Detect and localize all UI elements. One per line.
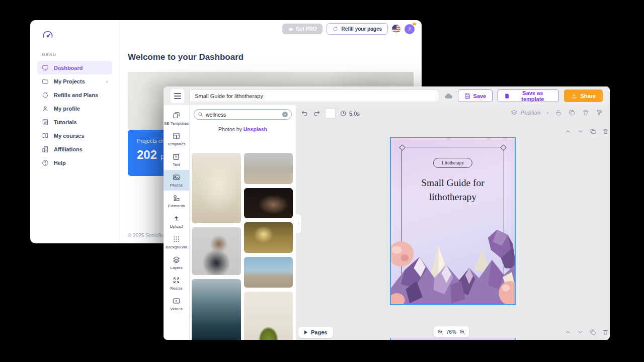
app-logo-icon [41, 29, 54, 42]
position-button[interactable]: Position [511, 109, 540, 116]
rail-item-resize[interactable]: Resize [164, 273, 189, 294]
screen: MENU Dashboard My Projects › Refills and… [0, 0, 644, 362]
elements-icon [173, 194, 180, 202]
photo-thumbnail[interactable] [244, 292, 293, 340]
zoom-in-icon[interactable] [459, 329, 465, 335]
photo-thumbnail[interactable] [244, 257, 293, 288]
page-color-swatch[interactable] [325, 108, 336, 119]
photo-search-box: × [194, 109, 292, 120]
page-controls-top [565, 128, 610, 135]
photo-search-input[interactable] [206, 112, 280, 118]
folder-icon [42, 78, 49, 85]
photos-panel: × Photos by Unsplash [190, 105, 296, 340]
projects-count: 202 [137, 148, 157, 162]
photo-thumbnail[interactable] [192, 153, 241, 223]
divider-dot [547, 112, 548, 114]
rail-item-elements[interactable]: Elements [164, 191, 189, 211]
refresh-icon [42, 92, 49, 99]
unsplash-link[interactable]: Unsplash [244, 126, 267, 132]
cloud-sync-icon [444, 93, 453, 99]
building-icon [42, 146, 49, 153]
panel-collapse-handle[interactable]: ‹ [296, 214, 302, 234]
sidebar-item-affiliations[interactable]: Affiliations [37, 142, 112, 156]
zoom-out-icon[interactable] [437, 329, 443, 335]
move-page-down-icon[interactable] [577, 329, 584, 335]
rail-item-text[interactable]: Text [164, 149, 189, 170]
photo-thumbnail[interactable] [192, 279, 241, 340]
document-icon [42, 119, 49, 126]
menu-section-label: MENU [42, 52, 112, 57]
photo-thumbnail[interactable] [192, 227, 241, 275]
rail-item-upload[interactable]: Upload [164, 211, 189, 232]
background-dots-icon [173, 235, 180, 243]
page-title: Welcome to your Dashboard [128, 52, 422, 62]
sidebar-item-refills-and-plans[interactable]: Refills and Plans [37, 88, 112, 102]
rail-item-videos[interactable]: Videos [164, 294, 189, 314]
redo-icon[interactable] [313, 110, 320, 117]
design-page[interactable]: Litotherapy Small Guide for lithotherapy [390, 137, 516, 305]
duplicate-icon[interactable] [569, 109, 576, 116]
delete-page-icon[interactable] [602, 128, 609, 135]
share-button[interactable]: Share [564, 89, 603, 102]
chevron-right-icon: › [106, 79, 108, 84]
layers-icon [511, 109, 518, 116]
sidebar-item-my-projects[interactable]: My Projects › [37, 74, 112, 88]
move-page-up-icon[interactable] [565, 329, 571, 335]
dashboard-icon [42, 64, 49, 71]
move-page-down-icon[interactable] [577, 128, 584, 135]
template-icon [504, 93, 510, 99]
design-title-text[interactable]: Small Guide for lithotherapy [408, 176, 498, 205]
layers-icon [173, 256, 180, 263]
sb-templates-icon [173, 112, 180, 119]
text-icon [173, 153, 180, 160]
sidebar-item-my-courses[interactable]: My courses [37, 129, 112, 142]
page-controls-bottom [565, 329, 610, 335]
pages-button[interactable]: Pages [298, 327, 333, 338]
rail-item-layers[interactable]: Layers [164, 252, 189, 273]
editor-window: Save Save as template Share SB Templates [164, 86, 610, 340]
hamburger-menu-button[interactable] [171, 89, 184, 103]
photo-thumbnail[interactable] [244, 153, 293, 184]
unlock-icon[interactable] [555, 109, 562, 116]
rail-item-background[interactable]: Background [164, 232, 189, 252]
editor-topbar: Save Save as template Share [164, 86, 610, 105]
design-badge[interactable]: Litotherapy [433, 158, 472, 168]
zoom-controls: 76% [434, 326, 469, 337]
duplicate-page-icon[interactable] [590, 329, 596, 335]
page-duration[interactable]: 5.0s [340, 110, 360, 117]
floppy-save-icon [464, 93, 470, 99]
format-painter-icon[interactable] [596, 109, 603, 116]
delete-page-icon[interactable] [602, 329, 609, 335]
photos-icon [173, 173, 180, 181]
sidebar-item-my-profile[interactable]: My profile [37, 102, 112, 115]
project-title-input[interactable] [189, 89, 438, 102]
sidebar-item-help[interactable]: Help [37, 156, 112, 169]
rail-item-photos[interactable]: Photos [164, 170, 189, 191]
clock-icon [340, 110, 347, 117]
editor-left-rail: SB Templates Templates Text Photos Eleme… [164, 105, 190, 340]
photo-results-grid [192, 153, 294, 340]
clear-search-icon[interactable]: × [282, 112, 288, 117]
trash-icon[interactable] [582, 109, 589, 116]
rail-item-templates[interactable]: Templates [164, 129, 189, 149]
move-page-up-icon[interactable] [565, 128, 571, 135]
play-icon [304, 330, 307, 334]
next-page-preview[interactable] [390, 338, 516, 340]
photos-attribution: Photos by Unsplash [190, 126, 296, 132]
zoom-level: 76% [446, 329, 456, 335]
duplicate-page-icon[interactable] [590, 128, 596, 135]
rail-item-sb-templates[interactable]: SB Templates [164, 108, 189, 129]
sidebar-item-tutorials[interactable]: Tutorials [37, 115, 112, 129]
photo-thumbnail[interactable] [244, 222, 293, 253]
save-as-template-button[interactable]: Save as template [498, 89, 559, 102]
undo-icon[interactable] [301, 110, 308, 117]
help-icon [42, 159, 49, 166]
videos-icon [173, 297, 180, 305]
person-icon [42, 105, 49, 112]
templates-icon [173, 132, 180, 140]
resize-icon [173, 277, 180, 284]
book-icon [42, 132, 49, 139]
photo-thumbnail[interactable] [244, 188, 293, 218]
sidebar-item-dashboard[interactable]: Dashboard [37, 61, 112, 74]
save-button[interactable]: Save [458, 89, 493, 102]
